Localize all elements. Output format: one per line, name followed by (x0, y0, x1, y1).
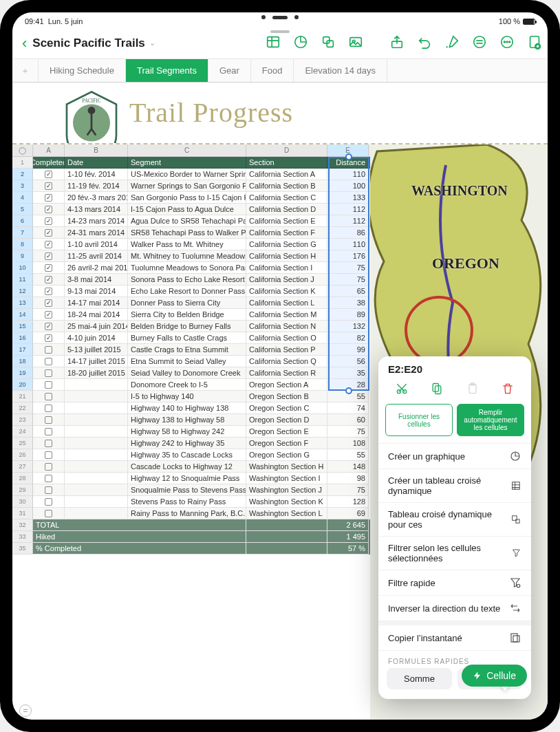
cell-date[interactable] (65, 391, 128, 402)
cell-segment[interactable]: Burney Falls to Castle Crags (128, 332, 246, 344)
row-number[interactable]: 35 (12, 543, 33, 555)
cell-section[interactable]: Oregon Section G (246, 449, 327, 461)
cell-section[interactable]: Oregon Section E (246, 426, 327, 438)
cell-segment[interactable]: Sierra City to Belden Bridge (128, 309, 246, 321)
col-header-E[interactable]: E (327, 144, 369, 156)
cell-distance[interactable]: 108 (327, 438, 369, 449)
row-number[interactable]: 20 (12, 379, 33, 391)
cell-date[interactable]: 9-13 mai 2014 (65, 286, 128, 297)
cell-completed[interactable] (33, 391, 65, 402)
cell-segment[interactable]: Belden Bridge to Burney Falls (128, 321, 246, 332)
row-number[interactable]: 16 (12, 332, 33, 344)
cell-distance[interactable]: 75 (327, 484, 369, 496)
cell-section[interactable]: California Section B (246, 180, 327, 192)
document-title[interactable]: Scenic Pacific Trails (31, 36, 146, 50)
sheet-tab[interactable]: Food (251, 59, 294, 82)
cell-completed[interactable] (33, 321, 65, 332)
add-row-button[interactable]: = (19, 704, 32, 717)
cell-distance[interactable]: 60 (327, 414, 369, 426)
cell-completed[interactable] (33, 438, 65, 449)
col-header-D[interactable]: D (246, 144, 327, 156)
copy-icon[interactable] (427, 380, 446, 397)
cell-distance[interactable]: 132 (327, 321, 369, 332)
cell-date[interactable] (65, 438, 128, 449)
cell-date[interactable]: 14-17 juillet 2015 (65, 356, 128, 367)
row-number[interactable]: 29 (12, 484, 33, 496)
cell-distance[interactable]: 86 (327, 227, 369, 239)
cell-date[interactable] (65, 449, 128, 461)
cell-distance[interactable]: 100 (327, 180, 369, 192)
cell-section[interactable]: California Section M (246, 309, 327, 321)
row-number[interactable]: 11 (12, 274, 33, 286)
cell-segment[interactable]: Rainy Pass to Manning Park, B.C. (128, 508, 246, 519)
cell-date[interactable] (65, 496, 128, 508)
cell-segment[interactable]: Stevens Pass to Rainy Pass (128, 496, 246, 508)
row-number[interactable]: 19 (12, 367, 33, 379)
cell-distance[interactable]: 148 (327, 461, 369, 473)
col-header-A[interactable]: A (33, 144, 65, 156)
row-number[interactable]: 9 (12, 250, 33, 262)
popover-menu-item[interactable]: Inverser la direction du texte (378, 596, 531, 621)
cell-completed[interactable] (33, 262, 65, 274)
merge-cells-button[interactable]: Fusionner les cellules (385, 404, 453, 436)
select-all-corner[interactable]: ◯ (12, 144, 33, 156)
row-number[interactable]: 30 (12, 496, 33, 508)
cell-section[interactable]: Oregon Section C (246, 402, 327, 414)
row-number[interactable]: 21 (12, 391, 33, 402)
cell-date[interactable] (65, 473, 128, 484)
cell-completed[interactable] (33, 449, 65, 461)
cell-segment[interactable]: Highway 12 to Snoqualmie Pass (128, 473, 246, 484)
cell-segment[interactable]: Mt. Whitney to Tuolumne Meadows (128, 250, 246, 262)
cell-distance[interactable]: 38 (327, 297, 369, 309)
cell-distance[interactable]: 55 (327, 391, 369, 402)
row-number[interactable]: 13 (12, 297, 33, 309)
cell-distance[interactable]: 110 (327, 239, 369, 250)
cell-date[interactable]: 4-13 mars 2014 (65, 204, 128, 215)
share-icon[interactable] (389, 34, 405, 52)
cell-completed[interactable] (33, 215, 65, 227)
cell-segment[interactable]: Echo Lake Resort to Donner Pass (128, 286, 246, 297)
row-number[interactable]: 18 (12, 356, 33, 367)
cell-section[interactable]: California Section L (246, 297, 327, 309)
cell-distance[interactable]: 89 (327, 309, 369, 321)
cell-distance[interactable]: 75 (327, 262, 369, 274)
cell-segment[interactable]: Snoqualmie Pass to Stevens Pass (128, 484, 246, 496)
cell-segment[interactable]: Castle Crags to Etna Summit (128, 344, 246, 356)
cell-date[interactable]: 11-25 avril 2014 (65, 250, 128, 262)
cell-date[interactable] (65, 508, 128, 519)
cell-completed[interactable] (33, 508, 65, 519)
row-number[interactable]: 6 (12, 215, 33, 227)
cell-segment[interactable]: Warner Springs to San Gorgonio Pass (128, 180, 246, 192)
row-number[interactable]: 15 (12, 321, 33, 332)
cell-date[interactable]: 14-17 mai 2014 (65, 297, 128, 309)
row-number[interactable]: 8 (12, 239, 33, 250)
row-number[interactable]: 7 (12, 227, 33, 239)
cell-segment[interactable]: I-5 to Highway 140 (128, 391, 246, 402)
cell-date[interactable]: 18-24 mai 2014 (65, 309, 128, 321)
cell-completed[interactable] (33, 250, 65, 262)
insert-chart-icon[interactable] (293, 34, 308, 52)
cell-distance[interactable]: 98 (327, 473, 369, 484)
cell-completed[interactable] (33, 414, 65, 426)
row-number[interactable]: 22 (12, 402, 33, 414)
cell-completed[interactable] (33, 286, 65, 297)
new-sheet-icon[interactable] (527, 34, 542, 52)
cell-completed[interactable] (33, 461, 65, 473)
row-number[interactable]: 2 (12, 169, 33, 180)
cell-distance[interactable]: 82 (327, 332, 369, 344)
cell-completed[interactable] (33, 239, 65, 250)
cell-completed[interactable] (33, 227, 65, 239)
cell-distance[interactable]: 99 (327, 344, 369, 356)
cell-distance[interactable]: 35 (327, 367, 369, 379)
cell-distance[interactable]: 110 (327, 169, 369, 180)
cell-segment[interactable]: Highway 35 to Cascade Locks (128, 449, 246, 461)
popover-menu-item[interactable]: Créer un graphique (378, 444, 531, 469)
cell-distance[interactable]: 112 (327, 215, 369, 227)
cell-date[interactable] (65, 461, 128, 473)
cell-completed[interactable] (33, 332, 65, 344)
cell-distance[interactable]: 75 (327, 274, 369, 286)
cell-distance[interactable]: 176 (327, 250, 369, 262)
cell-segment[interactable]: Donomore Creek to I-5 (128, 379, 246, 391)
cell-section[interactable]: Washington Section H (246, 461, 327, 473)
format-brush-icon[interactable] (444, 34, 460, 52)
